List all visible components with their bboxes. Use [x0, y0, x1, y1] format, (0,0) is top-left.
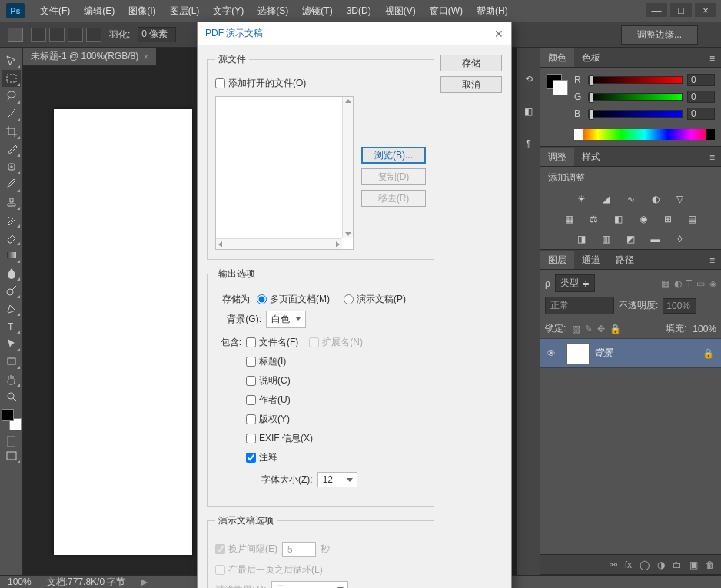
- menu-window[interactable]: 窗口(W): [424, 2, 469, 21]
- path-select-tool[interactable]: [2, 335, 21, 352]
- add-open-files-checkbox[interactable]: 添加打开的文件(O): [215, 77, 426, 90]
- stamp-tool[interactable]: [2, 194, 21, 211]
- group-icon[interactable]: 🗀: [673, 560, 682, 570]
- background-select[interactable]: 白色: [266, 311, 306, 328]
- quickmask-toggle[interactable]: [7, 436, 15, 447]
- marquee-tool[interactable]: [2, 70, 21, 87]
- screen-mode[interactable]: [2, 447, 21, 464]
- marquee-new-icon[interactable]: [31, 28, 46, 42]
- filter-shape-icon[interactable]: ▭: [696, 278, 705, 289]
- gradient-tool[interactable]: [2, 247, 21, 264]
- crop-tool[interactable]: [2, 123, 21, 140]
- exposure-icon[interactable]: ◐: [648, 192, 663, 206]
- bw-icon[interactable]: ◧: [611, 212, 626, 226]
- lock-all-icon[interactable]: 🔒: [610, 324, 621, 334]
- history-brush-tool[interactable]: [2, 211, 21, 228]
- menu-help[interactable]: 帮助(H): [470, 2, 514, 21]
- r-value[interactable]: 0: [687, 74, 715, 86]
- healing-tool[interactable]: [2, 158, 21, 175]
- layer-thumbnail[interactable]: [566, 343, 590, 364]
- marquee-add-icon[interactable]: [49, 28, 65, 42]
- remove-button[interactable]: 移去(R): [361, 190, 426, 207]
- b-value[interactable]: 0: [687, 108, 715, 120]
- feather-input[interactable]: 0 像素: [138, 27, 176, 42]
- link-layers-icon[interactable]: ⚯: [610, 560, 617, 570]
- dodge-tool[interactable]: [2, 282, 21, 299]
- pen-tool[interactable]: [2, 300, 21, 317]
- blur-tool[interactable]: [2, 264, 21, 281]
- menu-filter[interactable]: 滤镜(T): [296, 2, 338, 21]
- document-tab[interactable]: 未标题-1 @ 100%(RGB/8) ×: [23, 48, 156, 66]
- fill-input[interactable]: 100%: [693, 324, 716, 334]
- eyedropper-tool[interactable]: [2, 141, 21, 158]
- foreground-swatch[interactable]: [2, 409, 14, 421]
- lock-transparency-icon[interactable]: ▨: [572, 324, 580, 334]
- horizontal-scrollbar[interactable]: [216, 238, 342, 249]
- menu-type[interactable]: 文字(Y): [207, 2, 250, 21]
- close-button[interactable]: ×: [695, 3, 716, 17]
- lock-position-icon[interactable]: ✥: [597, 324, 605, 334]
- properties-panel-icon[interactable]: ◧: [520, 103, 537, 120]
- browse-button[interactable]: 浏览(B)...: [361, 147, 426, 164]
- history-panel-icon[interactable]: ⟲: [520, 71, 537, 88]
- canvas[interactable]: [54, 109, 192, 555]
- author-checkbox[interactable]: 作者(U): [246, 394, 363, 407]
- g-value[interactable]: 0: [687, 91, 715, 103]
- fx-icon[interactable]: fx: [625, 560, 632, 570]
- photo-filter-icon[interactable]: ◉: [636, 212, 651, 226]
- dialog-titlebar[interactable]: PDF 演示文稿 ✕: [198, 22, 511, 45]
- notes-checkbox[interactable]: 注释: [246, 451, 363, 464]
- tab-channels[interactable]: 通道: [574, 251, 608, 269]
- multipage-radio[interactable]: 多页面文档(M): [257, 293, 330, 306]
- save-button[interactable]: 存储: [440, 55, 502, 71]
- eraser-tool[interactable]: [2, 229, 21, 246]
- g-slider[interactable]: [588, 93, 683, 101]
- lock-pixels-icon[interactable]: ✎: [585, 324, 593, 334]
- marquee-subtract-icon[interactable]: [68, 28, 83, 42]
- zoom-level[interactable]: 100%: [8, 576, 32, 587]
- marquee-intersect-icon[interactable]: [86, 28, 101, 42]
- status-menu-icon[interactable]: ▶: [141, 576, 148, 587]
- filter-pixel-icon[interactable]: ▦: [661, 278, 670, 289]
- vibrance-icon[interactable]: ▽: [673, 192, 688, 206]
- hue-icon[interactable]: ▦: [562, 212, 577, 226]
- layer-name[interactable]: 背景: [594, 347, 703, 360]
- layer-row[interactable]: 👁 背景 🔒: [540, 339, 721, 368]
- zoom-tool[interactable]: [2, 388, 21, 405]
- menu-edit[interactable]: 编辑(E): [78, 2, 121, 21]
- levels-icon[interactable]: ◢: [599, 192, 614, 206]
- cancel-button[interactable]: 取消: [440, 76, 502, 93]
- selective-color-icon[interactable]: ◊: [673, 232, 688, 246]
- presentation-radio[interactable]: 演示文稿(P): [344, 293, 406, 306]
- delete-layer-icon[interactable]: 🗑: [706, 560, 715, 570]
- channel-mixer-icon[interactable]: ⊞: [660, 212, 676, 226]
- fill-layer-icon[interactable]: ◑: [657, 560, 665, 570]
- menu-file[interactable]: 文件(F): [34, 2, 76, 21]
- copyright-checkbox[interactable]: 版权(Y): [246, 413, 363, 426]
- mask-icon[interactable]: ◯: [640, 560, 650, 570]
- filter-smart-icon[interactable]: ◈: [709, 278, 716, 289]
- panel-menu-icon[interactable]: ≡: [703, 149, 721, 166]
- menu-layer[interactable]: 图层(L): [164, 2, 206, 21]
- panel-menu-icon[interactable]: ≡: [703, 50, 721, 67]
- tab-swatches[interactable]: 色板: [574, 48, 608, 67]
- color-picker[interactable]: [2, 409, 22, 430]
- invert-icon[interactable]: ◨: [574, 232, 590, 246]
- filter-adjust-icon[interactable]: ◐: [674, 278, 682, 289]
- lasso-tool[interactable]: [2, 88, 21, 105]
- posterize-icon[interactable]: ▥: [599, 232, 614, 246]
- vertical-scrollbar[interactable]: [342, 97, 353, 238]
- duplicate-button[interactable]: 复制(D): [361, 168, 426, 185]
- layer-filter-kind[interactable]: 类型≑: [555, 274, 595, 292]
- gradient-map-icon[interactable]: ▬: [648, 232, 663, 246]
- fontsize-select[interactable]: 12: [317, 472, 357, 487]
- brightness-icon[interactable]: ☀: [574, 192, 590, 206]
- doc-size[interactable]: 文档:777.8K/0 字节: [47, 576, 126, 589]
- magic-wand-tool[interactable]: [2, 105, 21, 122]
- visibility-icon[interactable]: 👁: [540, 348, 562, 359]
- menu-3d[interactable]: 3D(D): [341, 2, 377, 19]
- brush-tool[interactable]: [2, 176, 21, 193]
- panel-menu-icon[interactable]: ≡: [703, 252, 721, 269]
- tab-color[interactable]: 颜色: [540, 48, 574, 67]
- exif-checkbox[interactable]: EXIF 信息(X): [246, 432, 363, 445]
